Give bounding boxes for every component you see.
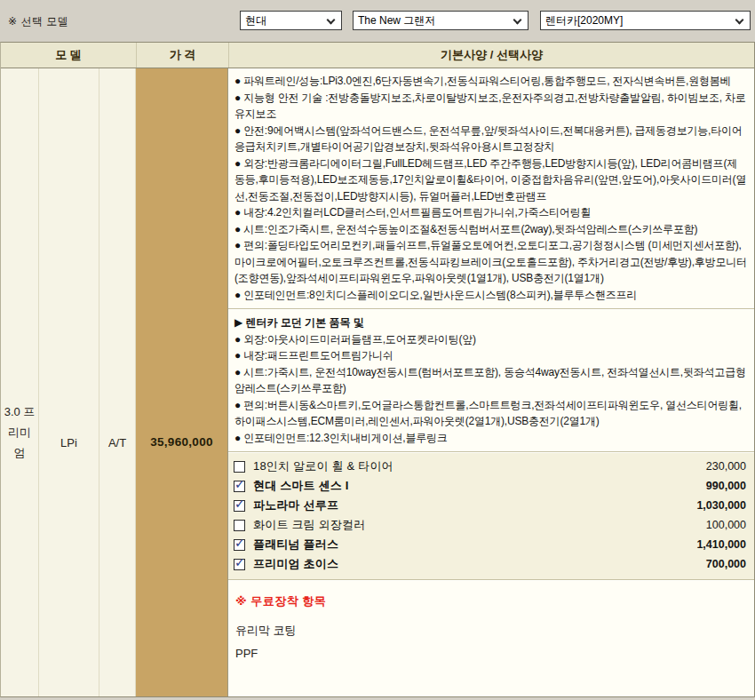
spec-line: ● 외장:반광크롬라디에이터그릴,FullLED헤드램프,LED 주간주행등,L… — [234, 155, 747, 205]
modelyear-dropdown[interactable]: 렌터카[2020MY] — [540, 11, 751, 30]
spec-line: ● 내장:패드프린트도어트림가니쉬 — [234, 347, 747, 364]
check-icon: ✓ — [234, 478, 245, 490]
spec-line: ● 인포테인먼트:12.3인치내비게이션,블루링크 — [234, 430, 747, 447]
option-checkbox[interactable]: ✓ — [234, 500, 245, 512]
check-icon: ✓ — [234, 497, 245, 510]
option-checkbox[interactable]: ✓ — [234, 520, 245, 531]
chevron-down-icon — [513, 16, 522, 25]
option-price: 1,410,000 — [696, 538, 746, 551]
option-label: 파노라마 선루프 — [253, 497, 338, 513]
rental-spec-title: ▶ 렌터카 모던 기본 품목 및 — [234, 314, 747, 331]
option-checkbox[interactable]: ✓ — [234, 461, 245, 473]
check-icon: ✓ — [234, 537, 245, 549]
option-row: ✓ 파노라마 선루프 1,030,000 — [228, 496, 754, 515]
header-price: 가 격 — [136, 43, 228, 68]
header-model: 모 델 — [1, 43, 136, 68]
option-row: ✓ 현대 스마트 센스 I 990,000 — [228, 476, 754, 496]
chevron-down-icon — [735, 16, 744, 25]
model-select-bar: ※ 선택 모델 현대 The New 그랜저 렌터카[2020MY] — [0, 0, 755, 42]
option-row: ✓ 화이트 크림 외장컬러 100,000 — [228, 515, 754, 535]
option-price: 1,030,000 — [696, 499, 746, 512]
table-body: 3.0 프리미엄 LPi A/T 35,960,000 ● 파워트레인/성능:L… — [1, 68, 754, 696]
free-item: 유리막 코팅 — [235, 619, 747, 642]
check-icon: ✓ — [234, 556, 245, 569]
fuel-cell: LPi — [39, 68, 99, 696]
option-price: 700,000 — [706, 558, 746, 570]
option-row: ✓ 18인치 알로이 휠 & 타이어 230,000 — [228, 457, 754, 476]
model-dropdown-value: The New 그랜저 — [358, 13, 435, 28]
spec-content-column: ● 파워트레인/성능:LPi3.0엔진,6단자동변속기,전동식파워스티어링,통합… — [228, 68, 754, 696]
option-label: 현대 스마트 센스 I — [253, 478, 349, 494]
vehicle-spec-page: ※ 선택 모델 현대 The New 그랜저 렌터카[2020MY] 모 델 가… — [0, 0, 755, 700]
spec-line: ● 외장:아웃사이드미러퍼들램프,도어포켓라이팅(앞) — [234, 331, 747, 348]
option-row: ✓ 프리미엄 초이스 700,000 — [228, 554, 754, 574]
price-cell: 35,960,000 — [136, 68, 228, 696]
free-item: PPF — [235, 642, 747, 665]
model-dropdown[interactable]: The New 그랜저 — [353, 11, 528, 30]
option-label: 18인치 알로이 휠 & 타이어 — [253, 458, 393, 474]
option-price: 230,000 — [706, 460, 746, 473]
base-spec-block: ● 파워트레인/성능:LPi3.0엔진,6단자동변속기,전동식파워스티어링,통합… — [228, 68, 754, 308]
option-price: 990,000 — [706, 480, 746, 492]
transmission-label: A/T — [99, 436, 135, 449]
option-label: 화이트 크림 외장컬러 — [253, 517, 365, 533]
option-label: 플래티넘 플러스 — [253, 537, 338, 553]
transmission-cell: A/T — [99, 68, 136, 696]
spec-line: ● 시트:인조가죽시트, 운전석수동높이조절&전동식럼버서포트(2way),뒷좌… — [234, 221, 747, 238]
option-price: 100,000 — [706, 519, 746, 531]
spec-line: ● 인포테인먼트:8인치디스플레이오디오,일반사운드시스템(8스피커),블루투스… — [234, 287, 747, 304]
spec-line: ● 내장:4.2인치컬러LCD클러스터,인서트필름도어트림가니쉬,가죽스티어링휠 — [234, 204, 747, 221]
option-list: ✓ 18인치 알로이 휠 & 타이어 230,000 ✓ 현대 스마트 센스 I… — [228, 453, 754, 579]
chevron-down-icon — [327, 16, 336, 25]
header-spec: 기본사양 / 선택사양 — [228, 43, 754, 68]
spec-line: ● 안전:9에어백시스템(앞좌석어드밴스드, 운전석무릎,앞/뒷좌석사이드,전복… — [234, 123, 747, 155]
modelyear-dropdown-value: 렌터카[2020MY] — [545, 13, 623, 28]
trim-cell: 3.0 프리미엄 — [1, 68, 39, 696]
rental-spec-block: ▶ 렌터카 모던 기본 품목 및 ● 외장:아웃사이드미러퍼들램프,도어포켓라이… — [228, 310, 754, 451]
free-items-title: ※ 무료장착 항목 — [235, 593, 747, 609]
price-value: 35,960,000 — [136, 435, 227, 449]
option-label: 프리미엄 초이스 — [253, 556, 338, 572]
option-checkbox[interactable]: ✓ — [234, 481, 245, 492]
spec-line: ● 파워트레인/성능:LPi3.0엔진,6단자동변속기,전동식파워스티어링,통합… — [234, 73, 747, 90]
spec-line: ● 편의:버튼시동&스마트키,도어글라스통합컨트롤,스마트트렁크,전좌석세이프티… — [234, 397, 747, 430]
spec-line: ● 시트:가죽시트, 운전석10way전동시트(럼버서포트포함), 동승석4wa… — [234, 364, 747, 397]
fuel-label: LPi — [39, 436, 99, 449]
free-items-section: ※ 무료장착 항목 유리막 코팅 PPF — [228, 581, 754, 696]
option-row: ✓ 플래티넘 플러스 1,410,000 — [228, 535, 754, 554]
spec-table: 모 델 가 격 기본사양 / 선택사양 3.0 프리미엄 LPi A/T 35,… — [0, 42, 755, 697]
brand-dropdown-value: 현대 — [245, 13, 266, 28]
table-header: 모 델 가 격 기본사양 / 선택사양 — [1, 43, 754, 68]
option-checkbox[interactable]: ✓ — [234, 539, 245, 551]
option-checkbox[interactable]: ✓ — [234, 559, 245, 570]
select-model-label: ※ 선택 모델 — [8, 14, 68, 29]
spec-line: ● 지능형 안전 기술 :전방충돌방지보조,차로이탈방지보조,운전자주의경고,전… — [234, 90, 747, 123]
spec-line: ● 편의:폴딩타입도어리모컨키,패들쉬프트,듀얼풀오토에어컨,오토디포그,공기청… — [234, 237, 747, 287]
brand-dropdown[interactable]: 현대 — [240, 11, 342, 30]
trim-label: 3.0 프리미엄 — [1, 402, 38, 463]
